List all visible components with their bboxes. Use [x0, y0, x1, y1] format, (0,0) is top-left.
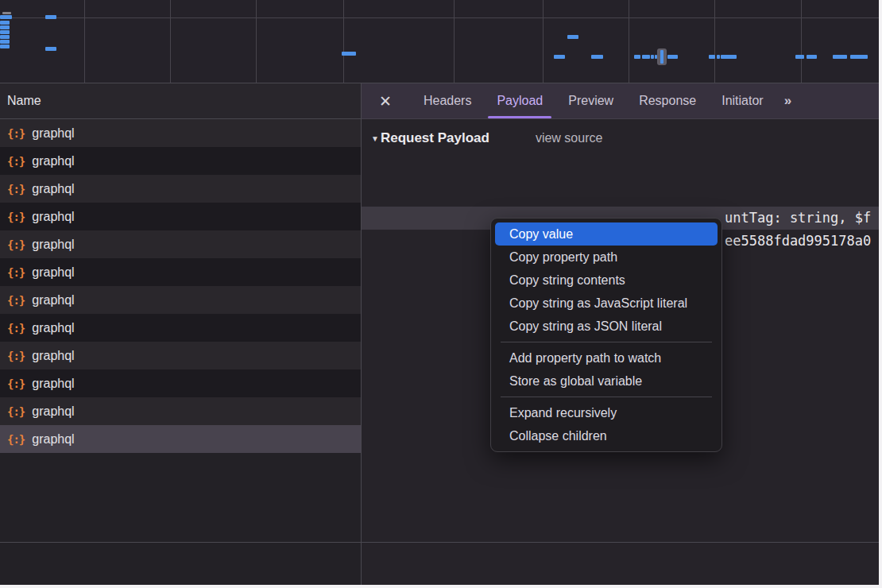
context-menu-item[interactable]: Copy string contents: [495, 269, 718, 292]
tab-label: Preview: [568, 94, 613, 108]
request-list: {:}graphql{:}graphql{:}graphql{:}graphql…: [0, 119, 361, 453]
overview-gridline: [454, 0, 455, 83]
overview-request-bar: [634, 55, 640, 59]
tab-preview[interactable]: Preview: [555, 83, 626, 118]
tab-label: Initiator: [721, 94, 763, 108]
view-source-link[interactable]: view source: [536, 131, 602, 145]
overview-request-bar: [45, 15, 56, 19]
request-row[interactable]: {:}graphql: [0, 258, 361, 286]
request-row[interactable]: {:}graphql: [0, 425, 361, 453]
overview-request-bar: [709, 55, 715, 59]
more-tabs-button[interactable]: »: [784, 83, 790, 118]
json-braces-icon: {:}: [7, 350, 25, 362]
tab-payload[interactable]: Payload: [484, 83, 555, 118]
column-header-name-label: Name: [7, 94, 41, 108]
tab-headers[interactable]: Headers: [411, 83, 484, 118]
json-braces-icon: {:}: [7, 127, 25, 140]
overview-request-bar: [0, 21, 10, 25]
active-tab-underline: [488, 116, 551, 118]
overview-request-bar: [0, 25, 10, 29]
request-payload-title: Request Payload: [381, 130, 489, 146]
request-name-label: graphql: [32, 293, 74, 308]
context-menu-item[interactable]: Store as global variable: [495, 369, 718, 393]
request-name-label: graphql: [32, 182, 74, 196]
devtools-screenshot: Name {:}graphql{:}graphql{:}graphql{:}gr…: [0, 0, 882, 588]
request-name-label: graphql: [32, 349, 74, 363]
overview-selected-marker: [657, 48, 667, 65]
context-menu-item[interactable]: Expand recursively: [495, 401, 718, 424]
tab-response[interactable]: Response: [626, 83, 709, 118]
section-expander-icon[interactable]: ▼: [371, 134, 379, 143]
overview-request-bar: [567, 35, 578, 39]
column-header-name[interactable]: Name: [0, 83, 361, 119]
request-row[interactable]: {:}graphql: [0, 342, 361, 369]
overview-gridline: [256, 0, 257, 83]
page-edge-bottom: [0, 585, 882, 588]
close-icon: ✕: [379, 92, 392, 110]
request-name-label: graphql: [32, 432, 74, 447]
tab-label: Headers: [424, 94, 471, 108]
context-menu-item[interactable]: Add property path to watch: [495, 346, 718, 369]
json-braces-icon: {:}: [7, 266, 25, 279]
network-overview-timeline[interactable]: [0, 0, 879, 83]
overview-request-bar: [642, 55, 650, 59]
json-variables-text-right: ee5588fdad995178a0: [725, 230, 871, 253]
context-menu-item[interactable]: Copy value: [495, 222, 718, 246]
overview-selected-marker-line: [660, 50, 663, 64]
overview-request-bar-gray: [2, 12, 11, 14]
overview-request-bar: [667, 55, 678, 59]
overview-gridline: [543, 0, 544, 83]
request-row[interactable]: {:}graphql: [0, 203, 361, 230]
overview-request-bar: [795, 55, 804, 59]
overview-request-bar: [0, 44, 10, 48]
overview-request-bar: [833, 55, 847, 59]
tab-label: Response: [639, 94, 696, 108]
json-braces-icon: {:}: [7, 433, 25, 446]
page-edge-right: [879, 0, 882, 588]
request-table: Name {:}graphql{:}graphql{:}graphql{:}gr…: [0, 83, 362, 585]
context-menu-item[interactable]: Copy string as JSON literal: [495, 315, 718, 338]
menu-separator: [501, 397, 712, 397]
request-row[interactable]: {:}graphql: [0, 314, 361, 342]
details-tab-bar: ✕ HeadersPayloadPreviewResponseInitiator…: [362, 83, 879, 119]
tab-initiator[interactable]: Initiator: [709, 83, 776, 118]
request-name-label: graphql: [32, 321, 74, 335]
overview-request-bar: [45, 47, 56, 51]
json-braces-icon: {:}: [7, 405, 25, 418]
request-name-label: graphql: [32, 210, 74, 224]
overview-request-bar: [807, 55, 817, 59]
overview-request-bar: [0, 35, 10, 39]
overview-request-bar: [554, 55, 565, 59]
json-braces-icon: {:}: [7, 294, 25, 307]
overview-gridline: [801, 0, 802, 83]
overview-request-bar: [850, 55, 868, 59]
request-name-label: graphql: [32, 265, 74, 280]
context-menu-item[interactable]: Copy property path: [495, 246, 718, 269]
json-braces-icon: {:}: [7, 322, 25, 335]
json-root-row[interactable]: ▼{operationName: "ipFlowTimeseries", var…: [362, 161, 879, 184]
request-name-label: graphql: [32, 404, 74, 419]
overview-request-bar: [717, 55, 720, 59]
overview-gridline: [84, 0, 85, 83]
close-details-button[interactable]: ✕: [379, 83, 392, 118]
json-braces-icon: {:}: [7, 238, 25, 251]
request-row[interactable]: {:}graphql: [0, 369, 361, 397]
overview-gridline: [170, 0, 171, 83]
request-row[interactable]: {:}graphql: [0, 119, 361, 147]
request-row[interactable]: {:}graphql: [0, 175, 361, 203]
context-menu-item[interactable]: Copy string as JavaScript literal: [495, 292, 718, 315]
tab-label: Payload: [497, 94, 543, 108]
overview-request-bar: [651, 55, 654, 59]
request-row[interactable]: {:}graphql: [0, 230, 361, 258]
request-row[interactable]: {:}graphql: [0, 286, 361, 314]
context-menu: Copy valueCopy property pathCopy string …: [490, 218, 722, 452]
json-operationname-row[interactable]: operationName: "ipFlowTimeseries": [362, 184, 879, 207]
overview-horizontal-divider: [0, 17, 879, 18]
chevron-double-right-icon: »: [784, 93, 790, 109]
request-row[interactable]: {:}graphql: [0, 147, 361, 175]
network-panel-split: Name {:}graphql{:}graphql{:}graphql{:}gr…: [0, 83, 879, 585]
json-braces-icon: {:}: [7, 183, 25, 195]
context-menu-item[interactable]: Collapse children: [495, 424, 718, 447]
tab-strip: HeadersPayloadPreviewResponseInitiator: [411, 83, 776, 118]
request-row[interactable]: {:}graphql: [0, 397, 361, 425]
